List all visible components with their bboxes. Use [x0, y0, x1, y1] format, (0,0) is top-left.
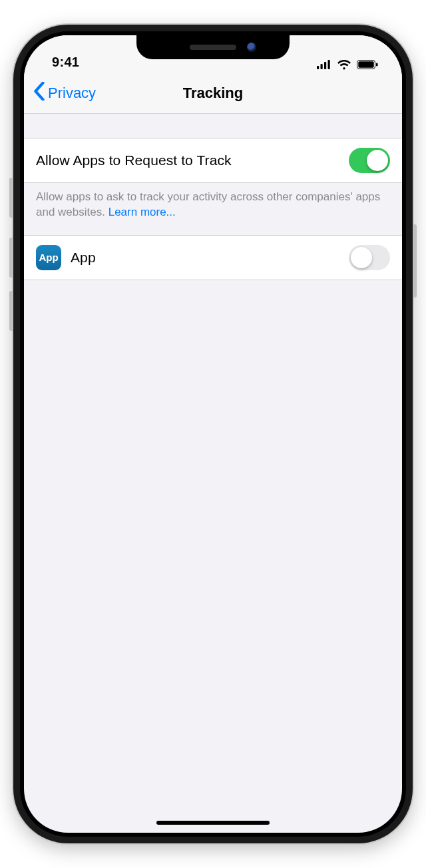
learn-more-link[interactable]: Learn more... — [108, 206, 176, 218]
chevron-left-icon — [33, 82, 45, 105]
status-indicators — [317, 59, 378, 70]
toggle-knob — [367, 150, 388, 171]
back-button[interactable]: Privacy — [33, 82, 96, 105]
battery-icon — [357, 60, 378, 69]
app-tracking-toggle[interactable] — [349, 245, 390, 270]
page-title: Tracking — [183, 85, 243, 102]
allow-tracking-row: Allow Apps to Request to Track — [24, 138, 402, 183]
section-footer: Allow apps to ask to track your activity… — [24, 183, 402, 235]
phone-frame: 9:41 Pri — [13, 25, 413, 843]
app-row-left: AppApp — [36, 245, 96, 270]
notch — [136, 35, 290, 59]
screen: 9:41 Pri — [24, 35, 402, 833]
navigation-bar: Privacy Tracking — [24, 73, 402, 114]
cellular-icon — [317, 60, 331, 69]
app-row: AppApp — [24, 235, 402, 280]
svg-rect-1 — [321, 64, 323, 69]
allow-tracking-toggle[interactable] — [349, 148, 390, 173]
allow-tracking-label: Allow Apps to Request to Track — [36, 152, 232, 168]
svg-rect-5 — [358, 61, 373, 67]
svg-rect-0 — [317, 66, 319, 69]
back-label: Privacy — [48, 85, 96, 102]
wifi-icon — [337, 59, 351, 70]
toggle-knob — [351, 247, 372, 268]
app-icon: App — [36, 245, 61, 270]
svg-rect-2 — [324, 62, 326, 69]
front-camera — [247, 43, 256, 52]
phone-bezel: 9:41 Pri — [20, 31, 406, 837]
app-name-label: App — [71, 250, 96, 266]
svg-rect-3 — [328, 60, 330, 69]
svg-rect-6 — [376, 63, 378, 67]
status-time: 9:41 — [52, 55, 79, 70]
footer-text: Allow apps to ask to track your activity… — [36, 190, 380, 218]
content: Allow Apps to Request to Track Allow app… — [24, 114, 402, 280]
home-indicator[interactable] — [156, 821, 270, 825]
speaker-grill — [190, 45, 236, 50]
